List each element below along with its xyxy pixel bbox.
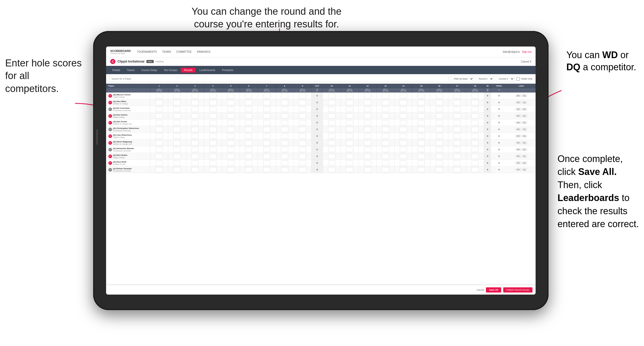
score-input-h15[interactable] xyxy=(418,154,425,159)
score-input-h18[interactable] xyxy=(471,147,479,152)
wd-button[interactable]: WD xyxy=(515,94,521,97)
nav-committee[interactable]: COMMITTEE xyxy=(176,50,192,53)
score-input-h6[interactable] xyxy=(245,120,252,125)
score-input-h17[interactable] xyxy=(454,127,461,132)
course-select[interactable]: Course A xyxy=(496,76,514,82)
score-input-h16[interactable] xyxy=(436,160,443,166)
score-input-h12[interactable] xyxy=(364,160,371,166)
score-input-h6[interactable] xyxy=(245,134,252,139)
wd-button[interactable]: WD xyxy=(515,155,521,158)
score-input-h15[interactable] xyxy=(418,147,425,152)
score-input-h14[interactable] xyxy=(400,147,407,152)
score-input-h16[interactable] xyxy=(436,154,443,159)
score-input-h6[interactable] xyxy=(245,154,252,159)
score-input-h15[interactable] xyxy=(418,127,425,132)
publish-button[interactable]: Publish Round Scores xyxy=(503,287,532,293)
score-input-h1[interactable] xyxy=(156,134,163,139)
score-input-h8[interactable] xyxy=(281,93,288,98)
score-input-h13[interactable] xyxy=(382,134,389,139)
score-input-h18[interactable] xyxy=(471,134,479,139)
wd-button[interactable]: WD xyxy=(515,121,521,124)
score-input-h2[interactable] xyxy=(173,93,181,98)
score-input-h6[interactable] xyxy=(245,100,252,105)
totals-only-checkbox[interactable] xyxy=(516,77,520,81)
score-input-h7[interactable] xyxy=(263,100,270,105)
score-input-h12[interactable] xyxy=(364,154,371,159)
score-input-h4[interactable] xyxy=(209,107,217,112)
score-input-h18[interactable] xyxy=(471,140,479,145)
score-input-h11[interactable] xyxy=(346,134,353,139)
wd-button[interactable]: WD xyxy=(515,148,521,151)
score-input-h17[interactable] xyxy=(454,140,461,145)
score-input-h10[interactable] xyxy=(328,100,335,105)
score-input-h17[interactable] xyxy=(454,100,461,105)
score-input-h9[interactable] xyxy=(299,140,306,145)
score-input-h6[interactable] xyxy=(245,147,252,152)
score-input-h2[interactable] xyxy=(173,160,181,166)
score-input-h3[interactable] xyxy=(191,100,199,105)
score-input-h7[interactable] xyxy=(263,127,270,132)
sign-out-link[interactable]: Sign out xyxy=(522,50,531,53)
wd-button[interactable]: WD xyxy=(515,108,521,111)
score-input-h2[interactable] xyxy=(173,100,181,105)
tab-course-setup[interactable]: Course Setup xyxy=(138,68,160,73)
score-input-h7[interactable] xyxy=(263,147,270,152)
tab-details[interactable]: Details xyxy=(109,68,123,73)
score-input-h5[interactable] xyxy=(227,160,234,166)
dq-button[interactable]: DQ xyxy=(522,108,527,111)
score-input-h9[interactable] xyxy=(299,100,306,105)
wd-button[interactable]: WD xyxy=(515,141,521,144)
score-input-h5[interactable] xyxy=(227,147,234,152)
score-input-h18[interactable] xyxy=(471,120,479,125)
score-input-h5[interactable] xyxy=(227,140,234,145)
score-input-h14[interactable] xyxy=(400,154,407,159)
tab-tee-groups[interactable]: Tee Groups xyxy=(161,68,180,73)
score-input-h3[interactable] xyxy=(191,127,199,132)
score-input-h18[interactable] xyxy=(471,100,479,105)
score-input-h11[interactable] xyxy=(346,160,353,166)
dq-button[interactable]: DQ xyxy=(522,168,527,171)
score-input-h1[interactable] xyxy=(156,107,163,112)
score-input-h10[interactable] xyxy=(328,160,335,166)
score-input-h11[interactable] xyxy=(346,140,353,145)
score-input-h4[interactable] xyxy=(209,127,217,132)
score-input-h5[interactable] xyxy=(227,154,234,159)
nav-rankings[interactable]: RANKINGS xyxy=(197,50,210,53)
score-input-h17[interactable] xyxy=(454,167,461,172)
score-input-h8[interactable] xyxy=(281,107,288,112)
score-input-h2[interactable] xyxy=(173,127,181,132)
score-input-h4[interactable] xyxy=(209,120,217,125)
score-input-h2[interactable] xyxy=(173,147,181,152)
score-input-h9[interactable] xyxy=(299,113,306,119)
score-input-h11[interactable] xyxy=(346,154,353,159)
score-input-h6[interactable] xyxy=(245,107,252,112)
score-input-h9[interactable] xyxy=(299,154,306,159)
score-input-h11[interactable] xyxy=(346,100,353,105)
score-input-h16[interactable] xyxy=(436,100,443,105)
score-input-h16[interactable] xyxy=(436,113,443,119)
score-input-h15[interactable] xyxy=(418,107,425,112)
score-input-h15[interactable] xyxy=(418,160,425,166)
score-input-h1[interactable] xyxy=(156,167,163,172)
score-input-h4[interactable] xyxy=(209,100,217,105)
score-input-h10[interactable] xyxy=(328,140,335,145)
score-input-h18[interactable] xyxy=(471,160,479,166)
score-input-h8[interactable] xyxy=(281,147,288,152)
score-input-h1[interactable] xyxy=(156,147,163,152)
score-input-h5[interactable] xyxy=(227,107,234,112)
score-input-h10[interactable] xyxy=(328,113,335,119)
dq-button[interactable]: DQ xyxy=(522,162,527,164)
score-input-h7[interactable] xyxy=(263,120,270,125)
score-input-h6[interactable] xyxy=(245,160,252,166)
score-input-h17[interactable] xyxy=(454,160,461,166)
score-input-h9[interactable] xyxy=(299,134,306,139)
score-input-h9[interactable] xyxy=(299,160,306,166)
score-input-h17[interactable] xyxy=(454,93,461,98)
score-input-h5[interactable] xyxy=(227,120,234,125)
score-input-h3[interactable] xyxy=(191,160,199,166)
score-input-h14[interactable] xyxy=(400,140,407,145)
search-input[interactable] xyxy=(109,76,449,82)
score-input-h13[interactable] xyxy=(382,127,389,132)
score-input-h7[interactable] xyxy=(263,167,270,172)
score-input-h6[interactable] xyxy=(245,113,252,119)
